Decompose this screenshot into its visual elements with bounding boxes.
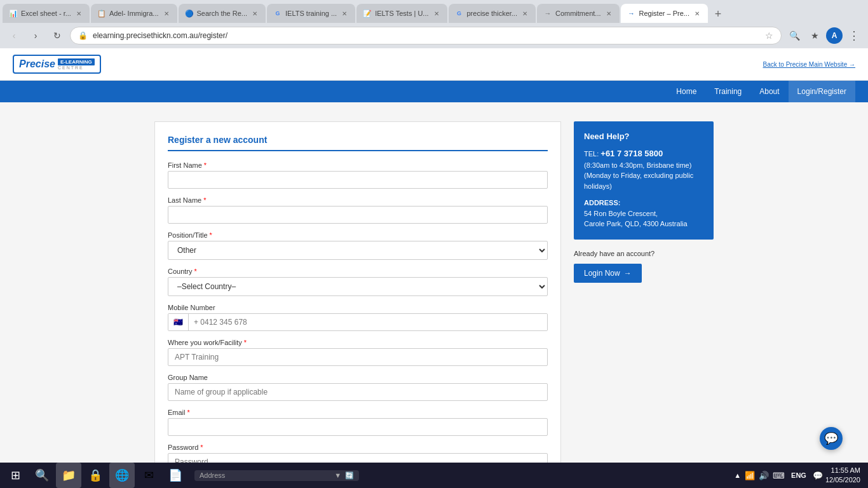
tab-label-ielts-tests: IELTS Tests | U... — [375, 10, 428, 17]
taskbar-date: 12/05/2020 — [825, 475, 860, 485]
taskbar-mail[interactable]: ✉ — [136, 463, 161, 488]
tab-favicon-excel: 📊 — [9, 9, 18, 18]
email-group: Email * — [168, 409, 548, 436]
lock-icon: 🔒 — [78, 31, 88, 40]
keyboard-icon[interactable]: ⌨ — [773, 471, 785, 480]
tab-commitment[interactable]: → Commitment... ✕ — [537, 4, 620, 23]
tel-hours: (8:30am to 4:30pm, Brisbane time) — [584, 161, 691, 169]
bookmark-icon[interactable]: ☆ — [765, 30, 773, 41]
country-select[interactable]: –Select Country– — [168, 277, 548, 296]
taskbar-address-refresh[interactable]: 🔄 — [345, 471, 354, 480]
group-name-group: Group Name — [168, 374, 548, 401]
register-form: Register a new account First Name * Last… — [154, 121, 561, 488]
tab-close-ielts-training[interactable]: ✕ — [340, 9, 349, 18]
taskbar-file-explorer[interactable]: 📁 — [56, 463, 81, 488]
address-suburb: Carole Park, QLD, 4300 Australia — [584, 219, 703, 229]
back-to-main-link[interactable]: Back to Precise Main Website → — [763, 61, 855, 68]
taskbar-lock[interactable]: 🔒 — [83, 463, 108, 488]
tab-search[interactable]: 🔵 Search the Re... ✕ — [179, 4, 266, 23]
back-button[interactable]: ‹ — [5, 27, 23, 44]
tab-close-commitment[interactable]: ✕ — [604, 9, 613, 18]
nav-training[interactable]: Training — [705, 81, 750, 102]
start-button[interactable]: ⊞ — [3, 463, 28, 488]
more-menu-button[interactable]: ⋮ — [845, 27, 863, 44]
country-label: Country * — [168, 268, 548, 275]
search-icon[interactable]: 🔍 — [785, 27, 803, 44]
tab-adel[interactable]: 📋 Adel- Immigra... ✕ — [91, 4, 177, 23]
tabs-bar: 📊 Excel sheet - r... ✕ 📋 Adel- Immigra..… — [0, 0, 868, 23]
notification-icon[interactable]: 💬 — [813, 471, 823, 480]
position-group: Position/Title * Other — [168, 231, 548, 260]
workplace-label: Where you work/Facility * — [168, 339, 548, 346]
taskbar-apps: 🔍 📁 🔒 🌐 ✉ 📄 Address ▼ 🔄 — [29, 463, 359, 488]
position-label: Position/Title * — [168, 231, 548, 239]
help-tel: TEL: +61 7 3718 5800 (8:30am to 4:30pm, … — [584, 147, 703, 191]
taskbar-address-input[interactable] — [229, 471, 330, 479]
address-row: ‹ › ↻ 🔒 elearning.precisethickn.com.au/r… — [0, 23, 868, 48]
address-label: ADDRESS: — [584, 198, 703, 208]
first-name-label: First Name * — [168, 161, 548, 169]
taskbar: ⊞ 🔍 📁 🔒 🌐 ✉ 📄 Address ▼ 🔄 ▲ 📶 🔊 ⌨ ENG 💬 … — [0, 463, 868, 488]
taskbar-address-bar[interactable]: Address ▼ 🔄 — [194, 470, 359, 481]
network-icon[interactable]: 📶 — [745, 471, 755, 480]
tab-close-ielts-tests[interactable]: ✕ — [432, 9, 441, 18]
tab-close-search[interactable]: ✕ — [250, 9, 259, 18]
taskbar-word[interactable]: 📄 — [163, 463, 188, 488]
help-title: Need Help? — [584, 132, 703, 141]
bookmark-toolbar-icon[interactable]: ★ — [806, 27, 824, 44]
tab-close-excel[interactable]: ✕ — [74, 9, 83, 18]
scroll-button[interactable]: 💬 — [820, 427, 843, 450]
tab-label-commitment: Commitment... — [555, 10, 601, 17]
volume-icon[interactable]: 🔊 — [759, 471, 769, 480]
site-header: Precise E-LEARNING CENTRE Back to Precis… — [0, 48, 868, 81]
website: Precise E-LEARNING CENTRE Back to Precis… — [0, 48, 868, 488]
phone-flag[interactable]: 🇦🇺 — [168, 314, 189, 330]
help-box: Need Help? TEL: +61 7 3718 5800 (8:30am … — [574, 121, 714, 240]
mobile-input[interactable] — [189, 314, 547, 330]
nav-home[interactable]: Home — [667, 81, 705, 102]
group-name-input[interactable] — [168, 383, 548, 401]
forward-button[interactable]: › — [27, 27, 44, 44]
country-group: Country * –Select Country– — [168, 268, 548, 296]
group-name-label: Group Name — [168, 374, 548, 381]
taskbar-time-date: 11:55 AM 12/05/2020 — [825, 466, 860, 485]
workplace-input[interactable] — [168, 348, 548, 366]
taskbar-address-go[interactable]: ▼ — [334, 471, 341, 479]
new-tab-button[interactable]: + — [709, 5, 727, 23]
profile-avatar[interactable]: A — [826, 27, 843, 44]
workplace-group: Where you work/Facility * — [168, 339, 548, 366]
taskbar-up-arrow[interactable]: ▲ — [734, 471, 741, 479]
last-name-group: Last Name * — [168, 196, 548, 224]
login-now-button[interactable]: Login Now → — [574, 264, 642, 283]
nav-login-register[interactable]: Login/Register — [789, 81, 855, 102]
tel-days: (Monday to Friday, excluding public holi… — [584, 172, 693, 190]
address-bar[interactable]: 🔒 elearning.precisethickn.com.au/registe… — [70, 27, 782, 44]
position-select[interactable]: Other — [168, 241, 548, 260]
taskbar-search[interactable]: 🔍 — [29, 463, 55, 488]
tab-favicon-commitment: → — [543, 9, 552, 18]
tab-precise-thicker[interactable]: G precise thicker... ✕ — [449, 4, 536, 23]
windows-icon: ⊞ — [11, 468, 20, 482]
tab-favicon-ielts-tests: 📝 — [363, 9, 372, 18]
tab-close-precise-thicker[interactable]: ✕ — [520, 9, 529, 18]
refresh-button[interactable]: ↻ — [48, 27, 66, 44]
email-input[interactable] — [168, 418, 548, 436]
tab-label-adel: Adel- Immigra... — [109, 10, 159, 17]
taskbar-chrome[interactable]: 🌐 — [109, 463, 135, 488]
nav-about[interactable]: About — [750, 81, 788, 102]
tab-close-register[interactable]: ✕ — [693, 9, 702, 18]
language-badge[interactable]: ENG — [789, 470, 809, 480]
first-name-input[interactable] — [168, 171, 548, 189]
last-name-input[interactable] — [168, 206, 548, 224]
tab-favicon-precise-thicker: G — [455, 9, 464, 18]
tab-register[interactable]: → Register – Pre... ✕ — [621, 4, 708, 23]
tab-close-adel[interactable]: ✕ — [162, 9, 171, 18]
main-content: Register a new account First Name * Last… — [116, 102, 752, 488]
tab-ielts-tests[interactable]: 📝 IELTS Tests | U... ✕ — [356, 4, 447, 23]
tab-excel-sheet[interactable]: 📊 Excel sheet - r... ✕ — [3, 4, 90, 23]
form-title: Register a new account — [168, 135, 548, 151]
taskbar-address-label: Address — [200, 471, 225, 479]
tel-label: TEL: — [584, 150, 599, 158]
address-street: 54 Ron Boyle Crescent, — [584, 208, 703, 219]
tab-ielts-training[interactable]: G IELTS training ... ✕ — [267, 4, 355, 23]
